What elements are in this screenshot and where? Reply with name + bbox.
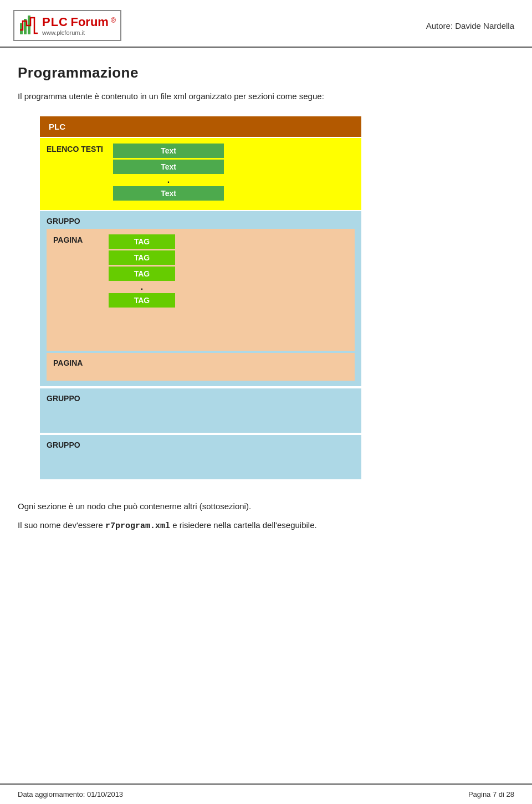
page-title: Programmazione [18, 64, 514, 81]
notes-section: Ogni sezione è un nodo che può contenern… [18, 499, 514, 533]
text-item-2: Text [113, 160, 224, 174]
author-label: Autore: Davide Nardella [426, 21, 514, 30]
logo-text: PLC Forum ® www.plcforum.it [42, 15, 116, 36]
elenco-testi-block: ELENCO TESTI Text Text . Text [40, 138, 361, 210]
tag-item-3: TAG [109, 267, 175, 281]
main-content: Programmazione Il programma utente è con… [0, 48, 532, 593]
pagina-block-1: PAGINA TAG TAG TAG . TAG [47, 229, 355, 351]
text-dot: . [113, 176, 224, 185]
pagina-label-1: PAGINA [53, 234, 109, 244]
note-2-prefix: Il suo nome dev'essere [18, 520, 105, 530]
tag-item-2: TAG [109, 250, 175, 265]
note-2-suffix: e risiedere nella cartella dell'eseguibi… [170, 520, 317, 530]
gruppo-label-2: GRUPPO [47, 394, 355, 403]
plc-block: PLC [40, 116, 361, 137]
logo-box: PLC Forum ® www.plcforum.it [13, 10, 121, 41]
plc-waveform-icon [19, 13, 39, 38]
gruppo-label-1: GRUPPO [47, 217, 355, 226]
footer-page: Pagina 7 di 28 [468, 790, 514, 798]
gruppo-block-3: GRUPPO [40, 435, 361, 479]
tag-item-4: TAG [109, 293, 175, 308]
tag-list: TAG TAG TAG . TAG [109, 234, 175, 308]
text-item-3: Text [113, 186, 224, 201]
intro-text: Il programma utente è contenuto in un fi… [18, 91, 514, 101]
text-item-1: Text [113, 144, 224, 158]
elenco-label: ELENCO TESTI [47, 144, 113, 153]
footer-date: Data aggiornamento: 01/10/2013 [18, 790, 123, 798]
logo-url: www.plcforum.it [42, 29, 116, 36]
logo-area: PLC Forum ® www.plcforum.it [13, 10, 121, 41]
pagina-block-2: PAGINA [47, 353, 355, 381]
note-2: Il suo nome dev'essere r7program.xml e r… [18, 518, 514, 534]
structure-diagram: PLC ELENCO TESTI Text Text . Text GRUPPO… [40, 116, 514, 482]
gruppo-label-3: GRUPPO [47, 441, 355, 449]
logo-plc-text: PLC Forum ® [42, 15, 116, 29]
elenco-texts: Text Text . Text [113, 144, 355, 201]
tag-item-1: TAG [109, 234, 175, 249]
note-1: Ogni sezione è un nodo che può contenern… [18, 499, 514, 514]
gruppo-block-1: GRUPPO PAGINA TAG TAG TAG . TAG PAGINA [40, 211, 361, 386]
tag-dot: . [109, 283, 175, 291]
gruppo-block-2: GRUPPO [40, 388, 361, 433]
note-2-mono: r7program.xml [105, 521, 170, 531]
page-footer: Data aggiornamento: 01/10/2013 Pagina 7 … [0, 783, 532, 804]
page-header: PLC Forum ® www.plcforum.it Autore: Davi… [0, 0, 532, 48]
